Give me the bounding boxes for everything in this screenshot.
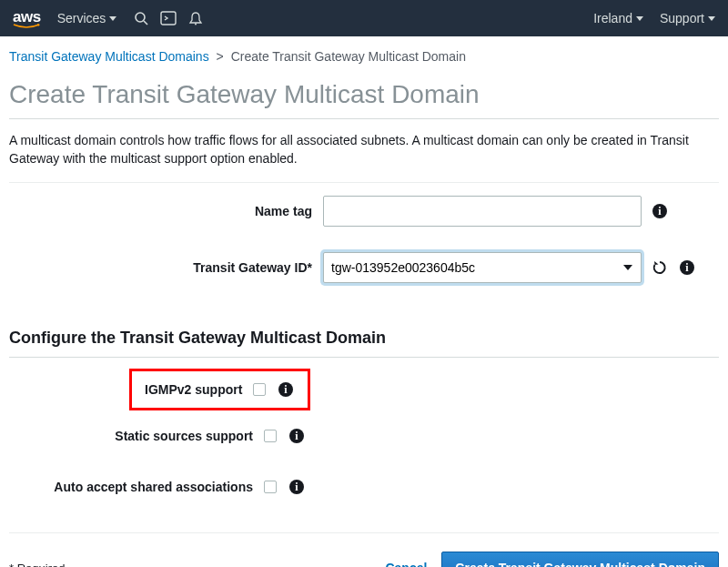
cancel-button[interactable]: Cancel <box>370 553 441 567</box>
breadcrumb-separator: > <box>217 49 224 64</box>
auto-accept-checkbox[interactable] <box>264 481 277 493</box>
igmp-support-label: IGMPv2 support <box>145 382 253 397</box>
breadcrumb-parent-link[interactable]: Transit Gateway Multicast Domains <box>9 49 209 64</box>
static-sources-row: Static sources support i <box>9 410 719 461</box>
aws-smile-icon <box>13 24 40 29</box>
page-description: A multicast domain controls how traffic … <box>9 119 719 183</box>
igmp-support-checkbox[interactable] <box>253 383 266 396</box>
svg-point-0 <box>136 13 145 22</box>
name-tag-row: Name tag i <box>9 183 719 239</box>
transit-gateway-id-row: Transit Gateway ID* i <box>9 239 719 296</box>
transit-gateway-id-select[interactable] <box>323 252 642 283</box>
region-selector[interactable]: Ireland <box>593 11 643 25</box>
aws-logo[interactable]: aws <box>13 8 41 29</box>
create-button[interactable]: Create Transit Gateway Multicast Domain <box>441 552 719 567</box>
region-label: Ireland <box>593 11 632 25</box>
info-icon[interactable]: i <box>651 202 669 220</box>
refresh-icon[interactable] <box>651 258 669 277</box>
breadcrumb: Transit Gateway Multicast Domains > Crea… <box>9 36 719 73</box>
name-tag-label: Name tag <box>9 204 323 218</box>
configure-heading: Configure the Transit Gateway Multicast … <box>9 296 719 358</box>
support-label: Support <box>660 11 704 25</box>
notifications-icon[interactable] <box>187 10 204 26</box>
breadcrumb-current: Create Transit Gateway Multicast Domain <box>231 49 466 64</box>
info-icon[interactable]: i <box>288 427 306 445</box>
form-footer: * Required Cancel Create Transit Gateway… <box>9 532 719 567</box>
caret-down-icon <box>636 16 643 21</box>
caret-down-icon <box>109 16 116 21</box>
static-sources-checkbox[interactable] <box>264 430 277 442</box>
top-navigation: aws Services Ireland Support <box>0 0 728 36</box>
required-note: * Required <box>9 562 65 567</box>
services-label: Services <box>57 11 106 25</box>
search-icon[interactable] <box>133 10 149 26</box>
svg-point-3 <box>195 24 197 25</box>
transit-gateway-id-label: Transit Gateway ID* <box>9 260 323 275</box>
caret-down-icon <box>708 16 715 21</box>
cloudshell-icon[interactable] <box>160 10 177 26</box>
page-title: Create Transit Gateway Multicast Domain <box>9 73 719 119</box>
svg-line-1 <box>144 21 147 25</box>
info-icon[interactable]: i <box>288 478 306 496</box>
services-menu[interactable]: Services <box>57 11 117 25</box>
info-icon[interactable]: i <box>678 258 696 277</box>
info-icon[interactable]: i <box>277 380 295 399</box>
static-sources-label: Static sources support <box>9 429 264 443</box>
auto-accept-label: Auto accept shared associations <box>9 480 264 494</box>
support-menu[interactable]: Support <box>660 11 715 25</box>
name-tag-input[interactable] <box>323 196 642 227</box>
igmp-highlight: IGMPv2 support i <box>129 369 310 410</box>
auto-accept-row: Auto accept shared associations i <box>9 461 719 512</box>
